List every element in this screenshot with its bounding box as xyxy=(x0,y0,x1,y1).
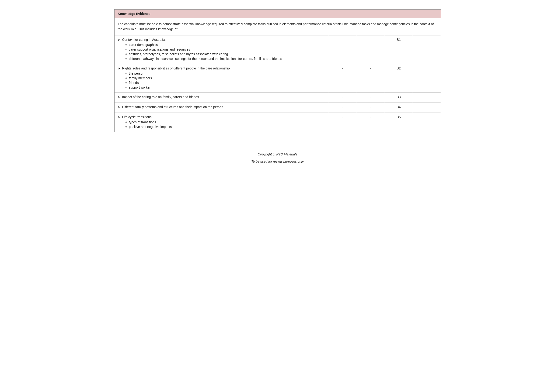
knowledge-evidence-table: Knowledge Evidence The candidate must be… xyxy=(114,9,441,132)
main-bullet: ➤Life cycle transitions: xyxy=(118,115,325,119)
col3-cell: - xyxy=(357,64,385,93)
list-item: ○carer demographics xyxy=(125,43,325,47)
sub-item-text: types of transitions xyxy=(129,120,156,124)
empty-cell xyxy=(413,103,441,113)
ref-cell: B5 xyxy=(385,113,413,132)
circle-bullet-icon: ○ xyxy=(125,81,127,84)
footer-line1: Copyright of RTO Materials xyxy=(114,151,441,158)
main-bullet: ➤Context for caring in Australia: xyxy=(118,38,325,42)
col2-cell: - xyxy=(329,103,357,113)
circle-bullet-icon: ○ xyxy=(125,48,127,51)
table-header-row: Knowledge Evidence xyxy=(114,10,441,18)
circle-bullet-icon: ○ xyxy=(125,86,127,89)
list-item: ○friends xyxy=(125,81,325,85)
footer: Copyright of RTO Materials To be used fo… xyxy=(114,151,441,165)
footer-line2: To be used for review purposes only xyxy=(114,158,441,165)
content-cell-5: ➤Life cycle transitions:○types of transi… xyxy=(114,113,329,132)
circle-bullet-icon: ○ xyxy=(125,52,127,56)
header-title: Knowledge Evidence xyxy=(118,12,150,16)
sub-item-text: positive and negative impacts xyxy=(129,125,172,129)
table-row: ➤Impact of the caring role on family, ca… xyxy=(114,93,441,103)
sub-item-text: family members xyxy=(129,76,152,80)
sub-item-text: the person xyxy=(129,71,144,75)
circle-bullet-icon: ○ xyxy=(125,76,127,80)
main-bullet: ➤Different family patterns and structure… xyxy=(118,105,325,109)
main-bullet: ➤Rights, roles and responsibilities of d… xyxy=(118,66,325,70)
content-cell-4: ➤Different family patterns and structure… xyxy=(114,103,329,113)
list-item: ○family members xyxy=(125,76,325,80)
main-label: Impact of the caring role on family, car… xyxy=(122,95,199,99)
content-cell-1: ➤Context for caring in Australia:○carer … xyxy=(114,35,329,64)
main-label: Different family patterns and structures… xyxy=(122,105,223,109)
list-item: ○types of transitions xyxy=(125,120,325,124)
list-item: ○attitudes, stereotypes, false beliefs a… xyxy=(125,52,325,56)
circle-bullet-icon: ○ xyxy=(125,43,127,46)
list-item: ○carer support organisations and resourc… xyxy=(125,48,325,51)
circle-bullet-icon: ○ xyxy=(125,125,127,128)
col3-cell: - xyxy=(357,93,385,103)
main-label: Life cycle transitions: xyxy=(122,115,153,119)
col3-cell: - xyxy=(357,113,385,132)
sub-list: ○carer demographics○carer support organi… xyxy=(125,43,325,61)
ref-cell: B4 xyxy=(385,103,413,113)
arrow-icon: ➤ xyxy=(118,95,120,99)
circle-bullet-icon: ○ xyxy=(125,120,127,124)
sub-item-text: different pathways into services setting… xyxy=(129,57,282,61)
sub-list: ○types of transitions○positive and negat… xyxy=(125,120,325,129)
ref-cell: B3 xyxy=(385,93,413,103)
col2-cell: - xyxy=(329,35,357,64)
col2-cell: - xyxy=(329,113,357,132)
sub-item-text: support worker xyxy=(129,86,150,89)
intro-row: The candidate must be able to demonstrat… xyxy=(114,18,441,36)
arrow-icon: ➤ xyxy=(118,38,120,42)
intro-cell: The candidate must be able to demonstrat… xyxy=(114,18,441,36)
content-cell-2: ➤Rights, roles and responsibilities of d… xyxy=(114,64,329,93)
list-item: ○positive and negative impacts xyxy=(125,125,325,129)
empty-cell xyxy=(413,64,441,93)
main-label: Context for caring in Australia: xyxy=(122,38,166,42)
page-wrapper: Knowledge Evidence The candidate must be… xyxy=(114,9,441,165)
sub-list: ○the person○family members○friends○suppo… xyxy=(125,71,325,89)
arrow-icon: ➤ xyxy=(118,115,120,119)
main-bullet: ➤Impact of the caring role on family, ca… xyxy=(118,95,325,99)
content-cell-3: ➤Impact of the caring role on family, ca… xyxy=(114,93,329,103)
intro-text: The candidate must be able to demonstrat… xyxy=(118,22,434,31)
sub-item-text: attitudes, stereotypes, false beliefs an… xyxy=(129,52,228,56)
col2-cell: - xyxy=(329,93,357,103)
arrow-icon: ➤ xyxy=(118,67,120,70)
list-item: ○support worker xyxy=(125,86,325,89)
main-label: Rights, roles and responsibilities of di… xyxy=(122,66,230,70)
sub-item-text: friends xyxy=(129,81,139,85)
arrow-icon: ➤ xyxy=(118,105,120,109)
list-item: ○the person xyxy=(125,71,325,75)
ref-cell: B2 xyxy=(385,64,413,93)
circle-bullet-icon: ○ xyxy=(125,71,127,75)
table-row: ➤Life cycle transitions:○types of transi… xyxy=(114,113,441,132)
table-header-cell: Knowledge Evidence xyxy=(114,10,441,18)
sub-item-text: carer demographics xyxy=(129,43,158,47)
empty-cell xyxy=(413,35,441,64)
circle-bullet-icon: ○ xyxy=(125,57,127,60)
empty-cell xyxy=(413,93,441,103)
table-row: ➤Context for caring in Australia:○carer … xyxy=(114,35,441,64)
table-row: ➤Different family patterns and structure… xyxy=(114,103,441,113)
col3-cell: - xyxy=(357,103,385,113)
empty-cell xyxy=(413,113,441,132)
table-row: ➤Rights, roles and responsibilities of d… xyxy=(114,64,441,93)
col2-cell: - xyxy=(329,64,357,93)
sub-item-text: carer support organisations and resource… xyxy=(129,48,190,51)
col3-cell: - xyxy=(357,35,385,64)
ref-cell: B1 xyxy=(385,35,413,64)
list-item: ○different pathways into services settin… xyxy=(125,57,325,61)
